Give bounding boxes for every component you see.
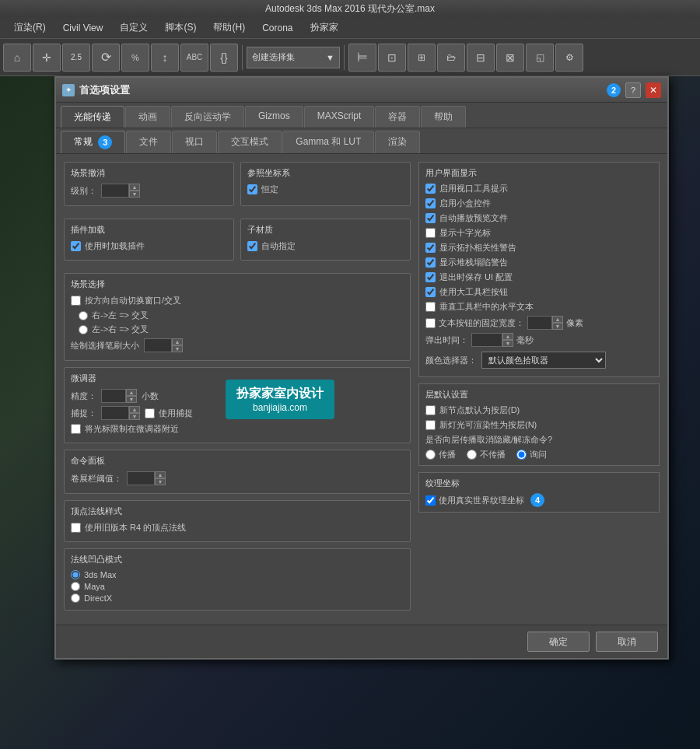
- toolbar-btn-6[interactable]: ABC: [180, 44, 208, 72]
- toolbar-btn-15[interactable]: ⚙: [555, 44, 583, 72]
- radio-left-right[interactable]: [79, 325, 88, 334]
- bump-maya-radio[interactable]: [71, 582, 80, 591]
- brush-arrows[interactable]: ▲ ▼: [172, 338, 183, 352]
- menu-corona[interactable]: Corona: [254, 20, 300, 36]
- ui-checkbox-1[interactable]: [425, 198, 436, 208]
- tab-radiance[interactable]: 光能传递: [61, 106, 124, 128]
- use-snap-checkbox[interactable]: [145, 408, 155, 418]
- menu-customize[interactable]: 自定义: [112, 19, 156, 37]
- cursor-limit-checkbox[interactable]: [71, 424, 81, 434]
- toolbar-btn-12[interactable]: ⊟: [467, 44, 495, 72]
- ui-checkbox-6[interactable]: [425, 272, 436, 282]
- tab-render[interactable]: 渲染: [375, 131, 420, 153]
- ref-coord-checkbox[interactable]: [247, 184, 257, 194]
- rollout-up[interactable]: ▲: [155, 471, 166, 478]
- toolbar-btn-13[interactable]: ⊠: [496, 44, 524, 72]
- ok-button[interactable]: 确定: [527, 632, 590, 652]
- toolbar-btn-4[interactable]: %: [121, 44, 149, 72]
- fixed-width-input[interactable]: 70: [527, 316, 552, 330]
- snap-input[interactable]: 1.0: [101, 406, 129, 420]
- popup-up[interactable]: ▲: [502, 333, 513, 340]
- popup-spinner[interactable]: 300 ▲ ▼: [471, 333, 513, 347]
- tab-files[interactable]: 文件: [126, 131, 171, 153]
- propagate-radio-1[interactable]: [425, 450, 436, 460]
- rollout-down[interactable]: ▼: [155, 478, 166, 485]
- toolbar-btn-14[interactable]: ◱: [526, 44, 554, 72]
- precision-up[interactable]: ▲: [126, 389, 137, 396]
- dialog-help-button[interactable]: ?: [625, 82, 641, 98]
- tab-ik[interactable]: 反向运动学: [171, 106, 244, 128]
- menu-civil-view[interactable]: Civil View: [55, 20, 111, 36]
- ui-checkbox-9[interactable]: [425, 318, 436, 328]
- ui-checkbox-8[interactable]: [425, 302, 436, 312]
- ui-checkbox-3[interactable]: [425, 228, 436, 238]
- dialog-close-button[interactable]: ✕: [646, 82, 661, 98]
- toolbar-btn-8[interactable]: ⊨: [348, 44, 376, 72]
- bump-dx-radio[interactable]: [71, 593, 80, 603]
- toolbar-btn-2[interactable]: ✛: [33, 44, 61, 72]
- level-spinner[interactable]: 20 ▲ ▼: [101, 184, 140, 198]
- toolbar-btn-scale[interactable]: 2.5: [62, 44, 90, 72]
- toolbar-btn-3[interactable]: ⟳: [92, 44, 120, 72]
- snap-down[interactable]: ▼: [129, 413, 140, 420]
- toolbar-btn-9[interactable]: ⊡: [378, 44, 406, 72]
- sub-material-checkbox[interactable]: [247, 241, 257, 251]
- tab-gamma-lut[interactable]: Gamma 和 LUT: [282, 131, 374, 153]
- rollout-input[interactable]: 50: [127, 471, 155, 485]
- scene-select-auto-checkbox[interactable]: [71, 296, 81, 306]
- tab-animation[interactable]: 动画: [125, 106, 170, 128]
- ui-checkbox-5[interactable]: [425, 257, 436, 268]
- fixed-width-spinner[interactable]: 70 ▲ ▼: [527, 316, 563, 330]
- menu-help[interactable]: 帮助(H): [205, 19, 253, 37]
- snap-up[interactable]: ▲: [129, 406, 140, 413]
- layer-checkbox-1[interactable]: [425, 405, 436, 415]
- ui-checkbox-4[interactable]: [425, 243, 436, 253]
- toolbar-btn-5[interactable]: ↕: [151, 44, 179, 72]
- tab-containers[interactable]: 容器: [375, 106, 420, 128]
- fixed-width-up[interactable]: ▲: [552, 316, 563, 323]
- precision-arrows[interactable]: ▲ ▼: [126, 389, 137, 403]
- brush-up-arrow[interactable]: ▲: [172, 338, 183, 345]
- propagate-radio-2[interactable]: [467, 450, 477, 460]
- radio-right-left[interactable]: [79, 311, 88, 320]
- ui-checkbox-7[interactable]: [425, 287, 436, 297]
- precision-down[interactable]: ▼: [126, 396, 137, 403]
- tab-maxscript[interactable]: MAXScript: [304, 106, 375, 128]
- menu-render[interactable]: 渲染(R): [6, 19, 54, 37]
- tab-help[interactable]: 帮助: [421, 106, 466, 128]
- popup-down[interactable]: ▼: [502, 340, 513, 347]
- layer-checkbox-2[interactable]: [425, 420, 436, 430]
- vertex-normal-checkbox[interactable]: [71, 523, 81, 533]
- level-arrows[interactable]: ▲ ▼: [129, 184, 140, 198]
- rollout-arrows[interactable]: ▲ ▼: [155, 471, 166, 485]
- fixed-width-arrows[interactable]: ▲ ▼: [552, 316, 563, 330]
- tab-general[interactable]: 常规 3: [61, 131, 125, 153]
- toolbar-btn-11[interactable]: 🗁: [437, 44, 465, 72]
- fixed-width-down[interactable]: ▼: [552, 323, 563, 330]
- ui-checkbox-0[interactable]: [425, 184, 436, 194]
- brush-input[interactable]: 20: [144, 338, 172, 352]
- cancel-button[interactable]: 取消: [596, 632, 658, 652]
- plugin-load-checkbox[interactable]: [71, 241, 81, 251]
- bump-3dsmax-radio[interactable]: [71, 570, 80, 579]
- texture-coord-checkbox[interactable]: [425, 495, 436, 506]
- brush-down-arrow[interactable]: ▼: [172, 345, 183, 352]
- brush-spinner[interactable]: 20 ▲ ▼: [144, 338, 183, 352]
- propagate-radio-3[interactable]: [516, 450, 527, 460]
- level-input[interactable]: 20: [101, 184, 129, 198]
- tab-viewport[interactable]: 视口: [172, 131, 217, 153]
- menu-banjia[interactable]: 扮家家: [303, 19, 346, 37]
- snap-spinner[interactable]: 1.0 ▲ ▼: [101, 406, 140, 420]
- precision-input[interactable]: 3: [101, 389, 126, 403]
- popup-arrows[interactable]: ▲ ▼: [502, 333, 513, 347]
- color-picker-dropdown[interactable]: 默认颜色拾取器: [481, 352, 606, 369]
- menu-scripts[interactable]: 脚本(S): [157, 19, 204, 37]
- tab-gizmos[interactable]: Gizmos: [245, 106, 303, 128]
- tab-interaction[interactable]: 交互模式: [218, 131, 282, 153]
- level-up-arrow[interactable]: ▲: [129, 184, 140, 191]
- snap-arrows[interactable]: ▲ ▼: [129, 406, 140, 420]
- toolbar-btn-7[interactable]: {}: [210, 44, 238, 72]
- precision-spinner[interactable]: 3 ▲ ▼: [101, 389, 137, 403]
- selection-set-dropdown[interactable]: 创建选择集 ▼: [247, 47, 340, 68]
- popup-input[interactable]: 300: [471, 333, 502, 347]
